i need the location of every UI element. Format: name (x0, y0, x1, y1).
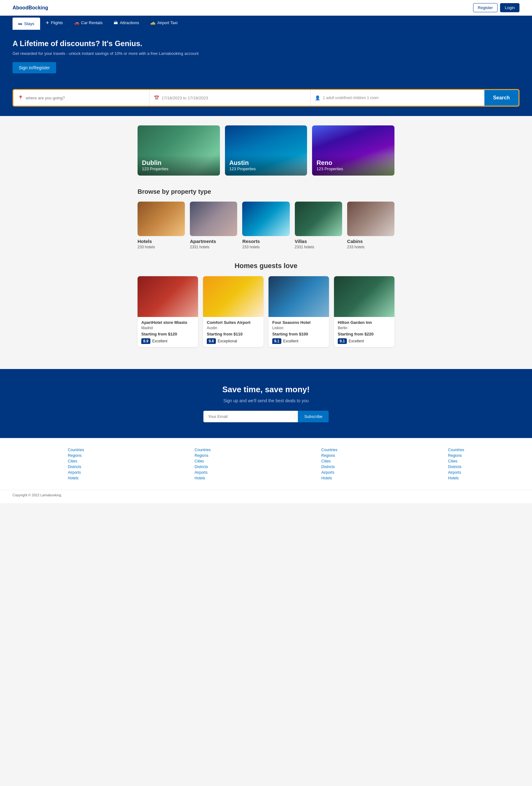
footer-link-regions-2[interactable]: Regions (195, 453, 211, 458)
fourseasons-rating-badge: 9.1 (272, 338, 281, 344)
apartments-name: Apartments (190, 238, 237, 244)
city-card-overlay: Reno 123 Properties (312, 155, 394, 176)
hilton-rating-badge: 9.1 (338, 338, 347, 344)
comfort-info: Comfort Suites Airport Austin Starting f… (203, 317, 264, 347)
footer-link-regions-1[interactable]: Regions (68, 453, 84, 458)
aparthotel-image (138, 276, 198, 317)
property-type-apartments[interactable]: Apartments 2331 hotels (190, 202, 237, 249)
email-input[interactable] (203, 411, 298, 422)
footer-col-1: Countries Regions Cities Districts Airpo… (68, 448, 84, 480)
city-card-overlay: Austin 123 Properties (225, 155, 307, 176)
city-name-austin: Austin (229, 159, 303, 166)
city-properties-austin: 123 Properties (229, 166, 303, 171)
search-button[interactable]: Search (484, 90, 518, 106)
cta-subtitle: Sign up and we'll send the best deals to… (13, 398, 519, 403)
main-content: Dublin 123 Properties Austin 123 Propert… (125, 116, 407, 369)
city-properties-dublin: 123 Properties (142, 166, 216, 171)
footer-link-hotels-3[interactable]: Hotels (321, 476, 337, 480)
hilton-price: Starting from $220 (338, 332, 391, 337)
comfort-rating: 9.8 Exceptional (207, 338, 260, 344)
apartments-count: 2331 hotels (190, 245, 237, 249)
fourseasons-info: Four Seasons Hotel Lisbon Starting from … (268, 317, 329, 347)
property-type-hotels[interactable]: Hotels 233 hotels (138, 202, 185, 249)
header: AboodBocking Register Login (0, 0, 532, 16)
nav-item-stays[interactable]: 🛏 Stays (13, 18, 40, 30)
copyright: Copyright © 2022 Lamabooking. (0, 490, 532, 503)
footer-link-countries-3[interactable]: Countries (321, 448, 337, 452)
nav-item-airport-taxi[interactable]: 🚕 Airport Taxi (145, 16, 183, 30)
footer-link-countries-4[interactable]: Countries (448, 448, 464, 452)
home-card-aparthotel[interactable]: ApartHotel store Miasto Madrid Starting … (138, 276, 198, 347)
city-cards-section: Dublin 123 Properties Austin 123 Propert… (138, 125, 394, 176)
nav-item-car-rentals[interactable]: 🚗 Car Rentals (69, 16, 108, 30)
subscribe-button[interactable]: Subscribe (298, 411, 329, 422)
taxi-icon: 🚕 (150, 20, 155, 25)
footer-link-hotels-2[interactable]: Hotels (195, 476, 211, 480)
footer-link-cities-4[interactable]: Cities (448, 459, 464, 463)
hilton-rating-label: Excellent (349, 339, 364, 343)
home-card-comfort[interactable]: Comfort Suites Airport Austin Starting f… (203, 276, 264, 347)
fourseasons-rating: 9.1 Excellent (272, 338, 325, 344)
register-button[interactable]: Register (473, 3, 498, 12)
footer-link-cities-3[interactable]: Cities (321, 459, 337, 463)
comfort-rating-badge: 9.8 (207, 338, 216, 344)
footer-link-countries-1[interactable]: Countries (68, 448, 84, 452)
footer-links: Countries Regions Cities Districts Airpo… (0, 438, 532, 490)
footer-link-hotels-1[interactable]: Hotels (68, 476, 84, 480)
footer-link-regions-3[interactable]: Regions (321, 453, 337, 458)
footer-link-districts-2[interactable]: Districts (195, 465, 211, 469)
villas-name: Villas (295, 238, 342, 244)
guests-field[interactable]: 👤 1 adult undefined children 1 room (311, 90, 484, 106)
city-card-reno[interactable]: Reno 123 Properties (312, 125, 394, 176)
calendar-icon: 📅 (154, 95, 159, 100)
aparthotel-price: Starting from $120 (141, 332, 194, 337)
footer-link-airports-2[interactable]: Airports (195, 470, 211, 475)
airport-taxi-label: Airport Taxi (157, 20, 178, 25)
destination-input[interactable] (26, 96, 145, 100)
footer-link-airports-3[interactable]: Airports (321, 470, 337, 475)
hotels-name: Hotels (138, 238, 185, 244)
cabins-name: Cabins (347, 238, 394, 244)
footer-link-countries-2[interactable]: Countries (195, 448, 211, 452)
footer-link-airports-4[interactable]: Airports (448, 470, 464, 475)
city-card-austin[interactable]: Austin 123 Properties (225, 125, 307, 176)
car-icon: 🚗 (74, 20, 79, 25)
footer-link-districts-3[interactable]: Districts (321, 465, 337, 469)
logo: AboodBocking (13, 5, 48, 11)
property-type-resorts[interactable]: Resorts 233 hotels (242, 202, 290, 249)
footer-link-regions-4[interactable]: Regions (448, 453, 464, 458)
signin-register-button[interactable]: Sign in/Register (13, 62, 56, 73)
hilton-name: Hilton Garden Inn (338, 320, 391, 325)
home-card-fourseasons[interactable]: Four Seasons Hotel Lisbon Starting from … (268, 276, 329, 347)
footer-link-airports-1[interactable]: Airports (68, 470, 84, 475)
city-card-dublin[interactable]: Dublin 123 Properties (138, 125, 220, 176)
dates-field[interactable]: 📅 17/18/2023 to 17/18/2023 (149, 90, 311, 106)
villas-count: 2331 hotels (295, 245, 342, 249)
resorts-count: 233 hotels (242, 245, 290, 249)
footer-link-cities-1[interactable]: Cities (68, 459, 84, 463)
login-button[interactable]: Login (500, 3, 519, 12)
nav-item-attractions[interactable]: 🏔 Attractions (108, 16, 144, 30)
attractions-label: Attractions (120, 20, 139, 25)
cabins-count: 233 hotels (347, 245, 394, 249)
destination-field[interactable]: 📍 (14, 90, 149, 106)
footer-link-cities-2[interactable]: Cities (195, 459, 211, 463)
nav-item-flights[interactable]: ✈ Flights (40, 16, 69, 30)
hero-section: A Lifetime of discounts? It's Genius. Ge… (0, 30, 532, 89)
footer-link-hotels-4[interactable]: Hotels (448, 476, 464, 480)
home-card-hilton[interactable]: Hilton Garden Inn Berlin Starting from $… (334, 276, 394, 347)
aparthotel-rating-label: Excellent (152, 339, 168, 343)
footer-link-districts-4[interactable]: Districts (448, 465, 464, 469)
property-type-villas[interactable]: Villas 2331 hotels (295, 202, 342, 249)
car-rentals-label: Car Rentals (81, 20, 103, 25)
footer-link-districts-1[interactable]: Districts (68, 465, 84, 469)
stays-label: Stays (24, 21, 34, 26)
property-type-cabins[interactable]: Cabins 233 hotels (347, 202, 394, 249)
hilton-image (334, 276, 394, 317)
nav: 🛏 Stays ✈ Flights 🚗 Car Rentals 🏔 Attrac… (0, 16, 532, 30)
location-icon: 📍 (18, 95, 23, 100)
aparthotel-rating: 8.9 Excellent (141, 338, 194, 344)
flights-icon: ✈ (46, 20, 49, 25)
hilton-rating: 9.1 Excellent (338, 338, 391, 344)
footer-col-2: Countries Regions Cities Districts Airpo… (195, 448, 211, 480)
